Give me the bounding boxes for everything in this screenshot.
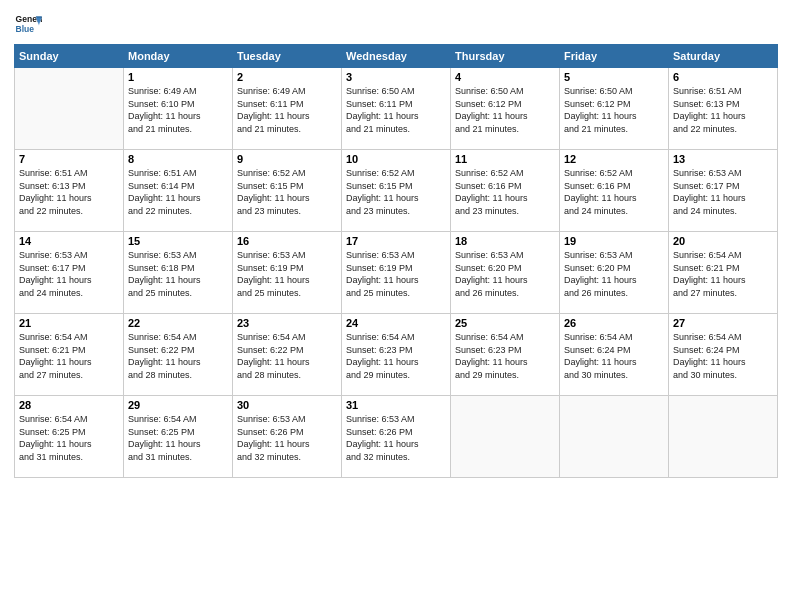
calendar-week-row: 28Sunrise: 6:54 AM Sunset: 6:25 PM Dayli… xyxy=(15,396,778,478)
day-info: Sunrise: 6:53 AM Sunset: 6:26 PM Dayligh… xyxy=(346,413,446,463)
day-info: Sunrise: 6:53 AM Sunset: 6:17 PM Dayligh… xyxy=(673,167,773,217)
day-number: 18 xyxy=(455,235,555,247)
weekday-header-saturday: Saturday xyxy=(669,45,778,68)
day-info: Sunrise: 6:53 AM Sunset: 6:26 PM Dayligh… xyxy=(237,413,337,463)
day-info: Sunrise: 6:51 AM Sunset: 6:14 PM Dayligh… xyxy=(128,167,228,217)
day-info: Sunrise: 6:50 AM Sunset: 6:12 PM Dayligh… xyxy=(455,85,555,135)
day-number: 1 xyxy=(128,71,228,83)
day-info: Sunrise: 6:52 AM Sunset: 6:16 PM Dayligh… xyxy=(455,167,555,217)
day-info: Sunrise: 6:51 AM Sunset: 6:13 PM Dayligh… xyxy=(19,167,119,217)
day-info: Sunrise: 6:49 AM Sunset: 6:11 PM Dayligh… xyxy=(237,85,337,135)
weekday-header-thursday: Thursday xyxy=(451,45,560,68)
day-info: Sunrise: 6:54 AM Sunset: 6:24 PM Dayligh… xyxy=(564,331,664,381)
calendar-day-7: 7Sunrise: 6:51 AM Sunset: 6:13 PM Daylig… xyxy=(15,150,124,232)
weekday-header-sunday: Sunday xyxy=(15,45,124,68)
calendar-empty-cell xyxy=(669,396,778,478)
calendar-day-21: 21Sunrise: 6:54 AM Sunset: 6:21 PM Dayli… xyxy=(15,314,124,396)
day-info: Sunrise: 6:50 AM Sunset: 6:12 PM Dayligh… xyxy=(564,85,664,135)
day-number: 24 xyxy=(346,317,446,329)
day-number: 5 xyxy=(564,71,664,83)
weekday-header-row: SundayMondayTuesdayWednesdayThursdayFrid… xyxy=(15,45,778,68)
day-number: 14 xyxy=(19,235,119,247)
calendar-day-26: 26Sunrise: 6:54 AM Sunset: 6:24 PM Dayli… xyxy=(560,314,669,396)
calendar-day-23: 23Sunrise: 6:54 AM Sunset: 6:22 PM Dayli… xyxy=(233,314,342,396)
calendar-day-13: 13Sunrise: 6:53 AM Sunset: 6:17 PM Dayli… xyxy=(669,150,778,232)
day-info: Sunrise: 6:53 AM Sunset: 6:20 PM Dayligh… xyxy=(564,249,664,299)
calendar-empty-cell xyxy=(560,396,669,478)
day-info: Sunrise: 6:54 AM Sunset: 6:24 PM Dayligh… xyxy=(673,331,773,381)
day-number: 2 xyxy=(237,71,337,83)
day-info: Sunrise: 6:54 AM Sunset: 6:22 PM Dayligh… xyxy=(237,331,337,381)
day-number: 31 xyxy=(346,399,446,411)
calendar-day-12: 12Sunrise: 6:52 AM Sunset: 6:16 PM Dayli… xyxy=(560,150,669,232)
calendar-day-2: 2Sunrise: 6:49 AM Sunset: 6:11 PM Daylig… xyxy=(233,68,342,150)
day-number: 26 xyxy=(564,317,664,329)
calendar-day-20: 20Sunrise: 6:54 AM Sunset: 6:21 PM Dayli… xyxy=(669,232,778,314)
day-number: 29 xyxy=(128,399,228,411)
day-number: 10 xyxy=(346,153,446,165)
logo-icon: General Blue xyxy=(14,10,42,38)
day-number: 8 xyxy=(128,153,228,165)
day-number: 9 xyxy=(237,153,337,165)
calendar-day-8: 8Sunrise: 6:51 AM Sunset: 6:14 PM Daylig… xyxy=(124,150,233,232)
calendar-table: SundayMondayTuesdayWednesdayThursdayFrid… xyxy=(14,44,778,478)
day-info: Sunrise: 6:52 AM Sunset: 6:16 PM Dayligh… xyxy=(564,167,664,217)
day-info: Sunrise: 6:52 AM Sunset: 6:15 PM Dayligh… xyxy=(346,167,446,217)
day-number: 7 xyxy=(19,153,119,165)
calendar-day-17: 17Sunrise: 6:53 AM Sunset: 6:19 PM Dayli… xyxy=(342,232,451,314)
day-info: Sunrise: 6:54 AM Sunset: 6:21 PM Dayligh… xyxy=(19,331,119,381)
day-number: 3 xyxy=(346,71,446,83)
calendar-week-row: 14Sunrise: 6:53 AM Sunset: 6:17 PM Dayli… xyxy=(15,232,778,314)
calendar-day-5: 5Sunrise: 6:50 AM Sunset: 6:12 PM Daylig… xyxy=(560,68,669,150)
calendar-day-11: 11Sunrise: 6:52 AM Sunset: 6:16 PM Dayli… xyxy=(451,150,560,232)
logo: General Blue xyxy=(14,10,42,38)
day-info: Sunrise: 6:53 AM Sunset: 6:19 PM Dayligh… xyxy=(346,249,446,299)
calendar-day-31: 31Sunrise: 6:53 AM Sunset: 6:26 PM Dayli… xyxy=(342,396,451,478)
calendar-day-15: 15Sunrise: 6:53 AM Sunset: 6:18 PM Dayli… xyxy=(124,232,233,314)
day-info: Sunrise: 6:54 AM Sunset: 6:23 PM Dayligh… xyxy=(346,331,446,381)
day-number: 21 xyxy=(19,317,119,329)
day-info: Sunrise: 6:49 AM Sunset: 6:10 PM Dayligh… xyxy=(128,85,228,135)
calendar-week-row: 21Sunrise: 6:54 AM Sunset: 6:21 PM Dayli… xyxy=(15,314,778,396)
day-number: 23 xyxy=(237,317,337,329)
calendar-day-25: 25Sunrise: 6:54 AM Sunset: 6:23 PM Dayli… xyxy=(451,314,560,396)
day-number: 25 xyxy=(455,317,555,329)
calendar-day-10: 10Sunrise: 6:52 AM Sunset: 6:15 PM Dayli… xyxy=(342,150,451,232)
day-info: Sunrise: 6:54 AM Sunset: 6:21 PM Dayligh… xyxy=(673,249,773,299)
weekday-header-friday: Friday xyxy=(560,45,669,68)
calendar-day-9: 9Sunrise: 6:52 AM Sunset: 6:15 PM Daylig… xyxy=(233,150,342,232)
day-number: 27 xyxy=(673,317,773,329)
day-number: 15 xyxy=(128,235,228,247)
day-number: 4 xyxy=(455,71,555,83)
day-number: 6 xyxy=(673,71,773,83)
calendar-week-row: 1Sunrise: 6:49 AM Sunset: 6:10 PM Daylig… xyxy=(15,68,778,150)
day-info: Sunrise: 6:53 AM Sunset: 6:19 PM Dayligh… xyxy=(237,249,337,299)
calendar-day-16: 16Sunrise: 6:53 AM Sunset: 6:19 PM Dayli… xyxy=(233,232,342,314)
calendar-day-19: 19Sunrise: 6:53 AM Sunset: 6:20 PM Dayli… xyxy=(560,232,669,314)
calendar-day-28: 28Sunrise: 6:54 AM Sunset: 6:25 PM Dayli… xyxy=(15,396,124,478)
day-info: Sunrise: 6:52 AM Sunset: 6:15 PM Dayligh… xyxy=(237,167,337,217)
weekday-header-tuesday: Tuesday xyxy=(233,45,342,68)
day-number: 19 xyxy=(564,235,664,247)
day-number: 28 xyxy=(19,399,119,411)
day-number: 13 xyxy=(673,153,773,165)
day-info: Sunrise: 6:54 AM Sunset: 6:25 PM Dayligh… xyxy=(19,413,119,463)
day-info: Sunrise: 6:50 AM Sunset: 6:11 PM Dayligh… xyxy=(346,85,446,135)
calendar-day-18: 18Sunrise: 6:53 AM Sunset: 6:20 PM Dayli… xyxy=(451,232,560,314)
day-number: 12 xyxy=(564,153,664,165)
day-info: Sunrise: 6:51 AM Sunset: 6:13 PM Dayligh… xyxy=(673,85,773,135)
day-number: 16 xyxy=(237,235,337,247)
calendar-day-24: 24Sunrise: 6:54 AM Sunset: 6:23 PM Dayli… xyxy=(342,314,451,396)
calendar-day-27: 27Sunrise: 6:54 AM Sunset: 6:24 PM Dayli… xyxy=(669,314,778,396)
day-number: 17 xyxy=(346,235,446,247)
day-number: 11 xyxy=(455,153,555,165)
calendar-day-30: 30Sunrise: 6:53 AM Sunset: 6:26 PM Dayli… xyxy=(233,396,342,478)
day-info: Sunrise: 6:54 AM Sunset: 6:23 PM Dayligh… xyxy=(455,331,555,381)
calendar-day-29: 29Sunrise: 6:54 AM Sunset: 6:25 PM Dayli… xyxy=(124,396,233,478)
calendar-empty-cell xyxy=(451,396,560,478)
day-info: Sunrise: 6:54 AM Sunset: 6:25 PM Dayligh… xyxy=(128,413,228,463)
page-header: General Blue xyxy=(14,10,778,38)
calendar-day-3: 3Sunrise: 6:50 AM Sunset: 6:11 PM Daylig… xyxy=(342,68,451,150)
weekday-header-wednesday: Wednesday xyxy=(342,45,451,68)
weekday-header-monday: Monday xyxy=(124,45,233,68)
